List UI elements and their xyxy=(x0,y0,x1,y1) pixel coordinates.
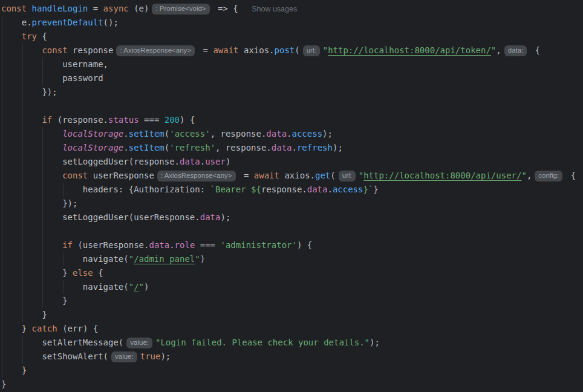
code-line[interactable]: const handleLogin = async (e): Promise<v… xyxy=(0,2,583,16)
code-line[interactable]: setAlertMessage(value:"Login failed. Ple… xyxy=(0,336,583,350)
code-token: } xyxy=(1,268,73,278)
code-token: / xyxy=(134,282,138,292)
code-token: ) xyxy=(144,282,149,292)
code-token: handleLogin xyxy=(32,4,88,13)
code-token: ); xyxy=(322,129,333,139)
code-line[interactable]: } catch (err) { xyxy=(0,322,583,336)
code-token: data xyxy=(200,212,221,222)
code-token: ) xyxy=(200,254,205,264)
code-token: setAlertMessage( xyxy=(1,338,123,347)
code-line[interactable] xyxy=(0,224,583,238)
code-token: status xyxy=(108,115,139,125)
code-token: { xyxy=(37,31,47,41)
code-token: " xyxy=(323,45,328,55)
code-line[interactable] xyxy=(0,99,583,113)
code-token: " xyxy=(195,254,200,264)
code-token: async xyxy=(103,4,134,13)
code-token: ); xyxy=(220,212,230,222)
code-token: , xyxy=(496,45,501,55)
code-line[interactable]: }); xyxy=(0,85,583,99)
inlay-hint: value: xyxy=(126,338,152,348)
code-token: (); xyxy=(103,18,119,27)
code-line[interactable]: localStorage.setItem('refresh', response… xyxy=(0,141,583,155)
code-line[interactable]: if (response.status === 200) { xyxy=(0,113,583,127)
code-line[interactable]: try { xyxy=(0,30,583,44)
code-token: setItem xyxy=(129,143,164,152)
inlay-hint: : AxiosResponse<any> xyxy=(157,171,236,181)
show-usages-link[interactable]: Show usages xyxy=(252,5,297,13)
code-line[interactable]: setLoggedUser(response.data.user) xyxy=(0,155,583,169)
code-token: . xyxy=(123,143,128,152)
code-token: " xyxy=(139,282,144,292)
code-token: axios. xyxy=(239,45,275,55)
code-token: e. xyxy=(1,18,32,27)
code-token: if xyxy=(42,115,52,125)
code-line[interactable]: setLoggedUser(userResponse.data); xyxy=(0,211,583,224)
code-token: (response. xyxy=(52,115,108,125)
code-token: if xyxy=(62,240,73,250)
code-token: access xyxy=(333,185,363,194)
inlay-hint: data: xyxy=(504,45,527,56)
code-line[interactable]: if (userResponse.data.role === 'administ… xyxy=(0,238,583,252)
code-editor[interactable]: const handleLogin = async (e): Promise<v… xyxy=(0,0,583,392)
code-line[interactable]: } xyxy=(0,294,583,308)
code-token: } xyxy=(1,324,32,333)
code-token: setItem xyxy=(129,129,164,139)
code-token: user xyxy=(205,157,226,166)
code-token: response. xyxy=(261,185,307,194)
code-token: setLoggedUser(userResponse. xyxy=(1,212,200,222)
code-token: headers: {Authorization: xyxy=(1,185,210,194)
code-line[interactable]: password xyxy=(0,71,583,85)
code-line[interactable]: username, xyxy=(0,57,583,71)
code-token: . xyxy=(200,157,205,166)
code-token: }); xyxy=(1,198,77,208)
code-token: 200 xyxy=(164,115,180,125)
code-token: axios. xyxy=(279,171,315,180)
code-line[interactable]: } xyxy=(0,364,583,377)
code-token xyxy=(1,171,62,180)
code-token: 'access' xyxy=(169,129,210,139)
code-token: = xyxy=(88,4,103,13)
code-token: data xyxy=(266,129,287,139)
inlay-hint: config: xyxy=(535,171,562,181)
code-token: "Login failed. Please check your details… xyxy=(155,338,370,347)
code-token: }); xyxy=(1,87,57,97)
code-line[interactable]: setShowAlert(value:true); xyxy=(0,350,583,364)
code-line[interactable]: } else { xyxy=(0,266,583,280)
code-token: , response. xyxy=(210,129,267,139)
code-token: ) xyxy=(226,157,230,166)
code-line[interactable]: } xyxy=(0,308,583,322)
code-token: (userResponse. xyxy=(73,240,149,250)
code-token: ( xyxy=(164,129,169,139)
code-line[interactable]: const userResponse: AxiosResponse<any> =… xyxy=(0,169,583,183)
code-token xyxy=(1,240,62,250)
code-token: await xyxy=(254,171,279,180)
code-token: setShowAlert( xyxy=(1,351,108,361)
code-token: refresh xyxy=(297,143,333,152)
code-line[interactable]: navigate("/admin_panel") xyxy=(0,252,583,266)
code-token: 'administrator' xyxy=(220,240,296,250)
code-token: role xyxy=(175,240,195,250)
code-token: userResponse xyxy=(88,171,154,180)
code-line[interactable]: }); xyxy=(0,197,583,211)
code-token: setLoggedUser(response. xyxy=(1,157,180,166)
code-token: ( xyxy=(330,171,335,180)
code-token: /admin_panel xyxy=(134,254,195,264)
code-line[interactable]: } xyxy=(0,377,583,391)
code-line[interactable]: const response: AxiosResponse<any> = awa… xyxy=(0,44,583,57)
code-token: . xyxy=(292,143,297,152)
code-line[interactable]: localStorage.setItem('access', response.… xyxy=(0,127,583,141)
code-line[interactable]: navigate("/") xyxy=(0,280,583,294)
code-token: . xyxy=(287,129,292,139)
code-token: ); xyxy=(370,338,380,347)
code-token: ( xyxy=(295,45,299,55)
code-token: ( xyxy=(164,143,169,152)
code-token: localStorage xyxy=(62,143,123,152)
code-line[interactable]: headers: {Authorization: `Bearer ${respo… xyxy=(0,183,583,197)
code-token: username, xyxy=(1,59,108,69)
code-line[interactable]: e.preventDefault(); xyxy=(0,16,583,30)
code-token: const xyxy=(62,171,88,180)
code-token: try xyxy=(22,31,37,41)
code-token: " xyxy=(129,282,134,292)
inlay-hint: url: xyxy=(303,45,320,56)
